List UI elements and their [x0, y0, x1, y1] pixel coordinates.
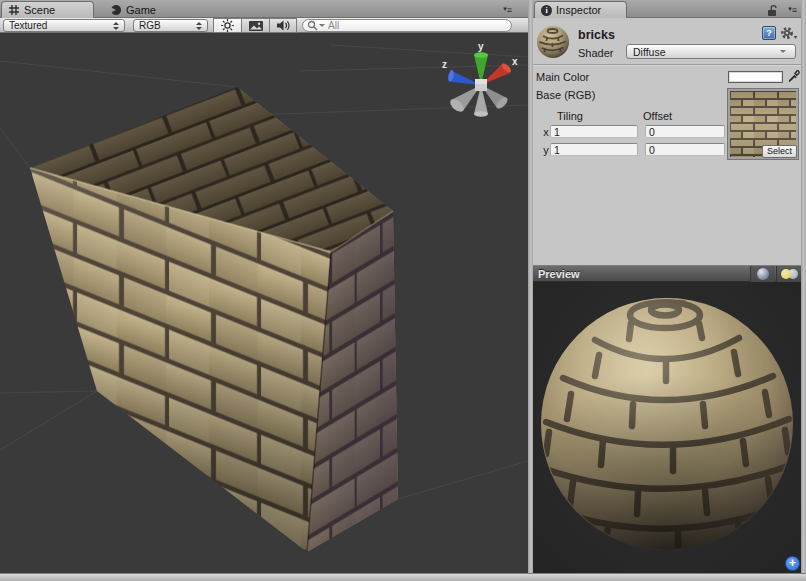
- preview-title: Preview: [538, 268, 580, 280]
- plus-icon[interactable]: +: [785, 556, 800, 571]
- magnifier-icon: [307, 20, 318, 31]
- updown-arrows-icon: [196, 22, 202, 30]
- scene-effects-toggle[interactable]: [241, 18, 269, 33]
- main-color-swatch[interactable]: [728, 71, 783, 83]
- base-texture-slot[interactable]: Select: [727, 88, 799, 160]
- scene-panel-menu-icon[interactable]: ▾≡: [503, 3, 512, 16]
- draw-mode-value: Textured: [9, 20, 108, 31]
- texture-select-button[interactable]: Select: [762, 145, 797, 158]
- preview-sphere[interactable]: [533, 282, 801, 573]
- offset-x-field[interactable]: [645, 125, 725, 138]
- search-filter-caret-icon[interactable]: [319, 24, 325, 27]
- gear-icon: [780, 26, 794, 40]
- scene-panel: Scene Game ▾≡ Textured RGB: [0, 0, 528, 573]
- preview-viewport[interactable]: +: [533, 282, 801, 573]
- tiling-y-field[interactable]: [550, 143, 638, 156]
- gizmo-y-label: y: [478, 41, 484, 52]
- sun-icon: [220, 18, 235, 33]
- offset-column-header: Offset: [643, 110, 672, 122]
- preview-header[interactable]: Preview: [533, 265, 801, 282]
- shader-value: Diffuse: [633, 46, 779, 58]
- color-mode-dropdown[interactable]: RGB: [133, 19, 208, 32]
- status-bar: [0, 573, 806, 581]
- preview-pane: Preview: [533, 265, 801, 573]
- tab-scene-label: Scene: [24, 4, 55, 16]
- color-mode-value: RGB: [139, 20, 191, 31]
- scene-lighting-toggle[interactable]: [213, 18, 241, 33]
- material-name: bricks: [578, 28, 615, 42]
- window-right-border: [801, 0, 806, 573]
- tab-inspector-label: Inspector: [556, 4, 601, 16]
- base-texture-label: Base (RGB): [536, 89, 595, 101]
- settings-button[interactable]: ▾: [780, 26, 797, 40]
- sphere-icon: [757, 268, 769, 280]
- header-divider: [533, 64, 801, 66]
- help-icon[interactable]: ?: [762, 26, 776, 40]
- gizmo-z-label: z: [442, 59, 447, 70]
- image-icon: [248, 20, 264, 32]
- main-color-label: Main Color: [536, 71, 589, 83]
- tab-inspector[interactable]: i Inspector: [534, 1, 627, 18]
- info-circle-icon: i: [541, 5, 552, 16]
- tiling-column-header: Tiling: [557, 110, 583, 122]
- tab-game[interactable]: Game: [104, 1, 164, 18]
- updown-arrows-icon: [113, 22, 119, 30]
- chevron-down-icon: [780, 50, 786, 53]
- scene-audio-toggle[interactable]: [269, 18, 297, 33]
- scene-toolbar: Textured RGB: [0, 18, 528, 33]
- scene-tabbar: Scene Game ▾≡: [0, 0, 528, 18]
- gear-caret-icon: ▾: [794, 33, 797, 40]
- gizmo-x-label: x: [512, 56, 518, 67]
- material-inspector: bricks Shader Diffuse ? ▾ Main Color Bas…: [533, 18, 801, 265]
- shader-label: Shader: [578, 47, 613, 59]
- grid-icon: [8, 4, 20, 16]
- tiling-x-field[interactable]: [550, 125, 638, 138]
- inspector-panel-menu-icon[interactable]: ▾≡: [788, 3, 797, 16]
- search-input[interactable]: [328, 20, 488, 31]
- inspector-panel: i Inspector ▾≡: [533, 0, 801, 573]
- preview-shape-button[interactable]: [750, 266, 775, 282]
- orientation-gizmo[interactable]: y x z: [438, 39, 524, 125]
- search-field[interactable]: [302, 19, 512, 32]
- scene-viewport[interactable]: y x z: [0, 33, 528, 573]
- pacman-icon: [110, 4, 122, 16]
- speaker-icon: [276, 19, 290, 32]
- brick-cube[interactable]: [30, 87, 398, 552]
- material-preview-thumbnail: [536, 25, 570, 59]
- eyedropper-icon[interactable]: [787, 69, 801, 83]
- shader-dropdown[interactable]: Diffuse: [626, 44, 796, 59]
- draw-mode-dropdown[interactable]: Textured: [3, 19, 125, 32]
- tab-game-label: Game: [126, 4, 156, 16]
- tab-scene[interactable]: Scene: [1, 1, 94, 18]
- inspector-tabbar: i Inspector ▾≡: [533, 0, 801, 18]
- gizmo-center-cube-highlight: [475, 79, 487, 84]
- preview-lighting-button[interactable]: [776, 266, 801, 282]
- offset-y-field[interactable]: [645, 143, 725, 156]
- two-lights-icon: [781, 269, 798, 279]
